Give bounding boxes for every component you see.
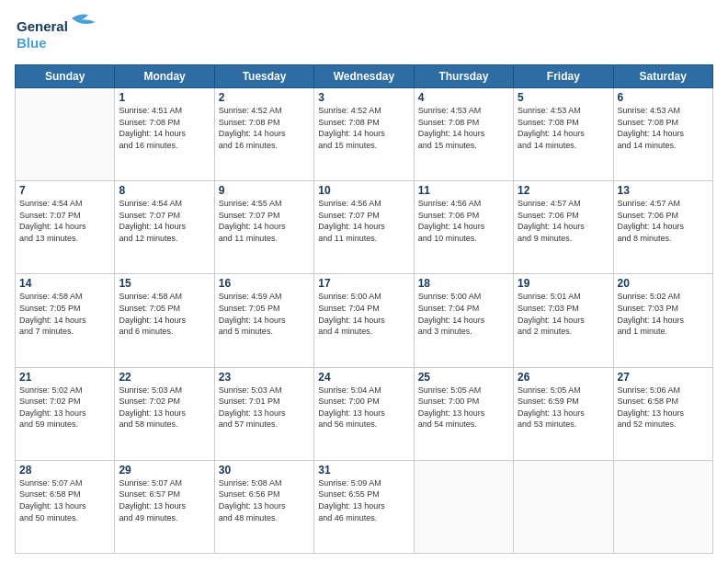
weekday-header-saturday: Saturday [613, 65, 712, 88]
day-number: 6 [618, 91, 709, 104]
day-number: 11 [418, 184, 509, 197]
day-number: 24 [318, 371, 409, 384]
day-cell-10: 10Sunrise: 4:56 AM Sunset: 7:07 PM Dayli… [314, 181, 414, 274]
day-number: 26 [518, 371, 609, 384]
day-number: 17 [318, 277, 409, 290]
day-cell-21: 21Sunrise: 5:02 AM Sunset: 7:02 PM Dayli… [16, 367, 115, 460]
day-info: Sunrise: 5:00 AM Sunset: 7:04 PM Dayligh… [318, 291, 409, 337]
day-number: 2 [219, 91, 310, 104]
day-cell-18: 18Sunrise: 5:00 AM Sunset: 7:04 PM Dayli… [414, 274, 513, 367]
svg-text:Blue: Blue [17, 35, 47, 51]
day-number: 16 [219, 277, 310, 290]
weekday-header-monday: Monday [115, 65, 214, 88]
day-info: Sunrise: 4:59 AM Sunset: 7:05 PM Dayligh… [219, 291, 310, 337]
day-cell-5: 5Sunrise: 4:53 AM Sunset: 7:08 PM Daylig… [514, 88, 613, 181]
day-number: 18 [418, 277, 509, 290]
day-info: Sunrise: 4:54 AM Sunset: 7:07 PM Dayligh… [119, 198, 210, 244]
week-row-5: 28Sunrise: 5:07 AM Sunset: 6:58 PM Dayli… [16, 460, 713, 553]
day-info: Sunrise: 5:02 AM Sunset: 7:03 PM Dayligh… [618, 291, 709, 337]
day-info: Sunrise: 5:02 AM Sunset: 7:02 PM Dayligh… [19, 385, 110, 431]
day-cell-27: 27Sunrise: 5:06 AM Sunset: 6:58 PM Dayli… [613, 367, 712, 460]
day-info: Sunrise: 5:05 AM Sunset: 7:00 PM Dayligh… [418, 385, 509, 431]
day-info: Sunrise: 5:07 AM Sunset: 6:58 PM Dayligh… [19, 477, 110, 523]
day-cell-13: 13Sunrise: 4:57 AM Sunset: 7:06 PM Dayli… [613, 181, 712, 274]
day-cell-29: 29Sunrise: 5:07 AM Sunset: 6:57 PM Dayli… [115, 460, 214, 553]
day-cell-30: 30Sunrise: 5:08 AM Sunset: 6:56 PM Dayli… [214, 460, 313, 553]
day-number: 12 [518, 184, 609, 197]
weekday-header-row: SundayMondayTuesdayWednesdayThursdayFrid… [16, 65, 713, 88]
day-cell-31: 31Sunrise: 5:09 AM Sunset: 6:55 PM Dayli… [314, 460, 414, 553]
empty-cell [414, 460, 513, 553]
day-number: 8 [119, 184, 210, 197]
day-cell-9: 9Sunrise: 4:55 AM Sunset: 7:07 PM Daylig… [214, 181, 313, 274]
weekday-header-tuesday: Tuesday [214, 65, 313, 88]
weekday-header-thursday: Thursday [414, 65, 513, 88]
day-number: 23 [219, 371, 310, 384]
day-info: Sunrise: 5:00 AM Sunset: 7:04 PM Dayligh… [418, 291, 509, 337]
day-info: Sunrise: 5:04 AM Sunset: 7:00 PM Dayligh… [318, 385, 409, 431]
day-number: 7 [19, 184, 110, 197]
day-number: 10 [318, 184, 409, 197]
day-cell-19: 19Sunrise: 5:01 AM Sunset: 7:03 PM Dayli… [514, 274, 613, 367]
day-info: Sunrise: 4:57 AM Sunset: 7:06 PM Dayligh… [518, 198, 609, 244]
day-info: Sunrise: 4:56 AM Sunset: 7:07 PM Dayligh… [318, 198, 409, 244]
day-cell-7: 7Sunrise: 4:54 AM Sunset: 7:07 PM Daylig… [16, 181, 115, 274]
day-info: Sunrise: 4:53 AM Sunset: 7:08 PM Dayligh… [518, 105, 609, 151]
day-info: Sunrise: 5:03 AM Sunset: 7:02 PM Dayligh… [119, 385, 210, 431]
day-number: 27 [618, 371, 709, 384]
day-cell-6: 6Sunrise: 4:53 AM Sunset: 7:08 PM Daylig… [613, 88, 712, 181]
day-cell-26: 26Sunrise: 5:05 AM Sunset: 6:59 PM Dayli… [514, 367, 613, 460]
day-cell-3: 3Sunrise: 4:52 AM Sunset: 7:08 PM Daylig… [314, 88, 414, 181]
day-number: 25 [418, 371, 509, 384]
day-number: 29 [119, 464, 210, 477]
header: General Blue [15, 11, 713, 57]
day-number: 1 [119, 91, 210, 104]
logo-block: General Blue [15, 11, 116, 57]
week-row-4: 21Sunrise: 5:02 AM Sunset: 7:02 PM Dayli… [16, 367, 713, 460]
day-cell-8: 8Sunrise: 4:54 AM Sunset: 7:07 PM Daylig… [115, 181, 214, 274]
empty-cell [514, 460, 613, 553]
day-info: Sunrise: 4:53 AM Sunset: 7:08 PM Dayligh… [418, 105, 509, 151]
day-cell-28: 28Sunrise: 5:07 AM Sunset: 6:58 PM Dayli… [16, 460, 115, 553]
day-info: Sunrise: 4:52 AM Sunset: 7:08 PM Dayligh… [219, 105, 310, 151]
day-number: 20 [618, 277, 709, 290]
day-info: Sunrise: 5:03 AM Sunset: 7:01 PM Dayligh… [219, 385, 310, 431]
day-number: 28 [19, 464, 110, 477]
day-info: Sunrise: 5:09 AM Sunset: 6:55 PM Dayligh… [318, 477, 409, 523]
day-number: 14 [19, 277, 110, 290]
week-row-3: 14Sunrise: 4:58 AM Sunset: 7:05 PM Dayli… [16, 274, 713, 367]
day-cell-24: 24Sunrise: 5:04 AM Sunset: 7:00 PM Dayli… [314, 367, 414, 460]
day-cell-11: 11Sunrise: 4:56 AM Sunset: 7:06 PM Dayli… [414, 181, 513, 274]
day-cell-22: 22Sunrise: 5:03 AM Sunset: 7:02 PM Dayli… [115, 367, 214, 460]
day-info: Sunrise: 4:54 AM Sunset: 7:07 PM Dayligh… [19, 198, 110, 244]
calendar-table: SundayMondayTuesdayWednesdayThursdayFrid… [15, 64, 713, 554]
day-info: Sunrise: 5:05 AM Sunset: 6:59 PM Dayligh… [518, 385, 609, 431]
day-cell-25: 25Sunrise: 5:05 AM Sunset: 7:00 PM Dayli… [414, 367, 513, 460]
day-cell-1: 1Sunrise: 4:51 AM Sunset: 7:08 PM Daylig… [115, 88, 214, 181]
day-cell-20: 20Sunrise: 5:02 AM Sunset: 7:03 PM Dayli… [613, 274, 712, 367]
day-info: Sunrise: 5:01 AM Sunset: 7:03 PM Dayligh… [518, 291, 609, 337]
week-row-2: 7Sunrise: 4:54 AM Sunset: 7:07 PM Daylig… [16, 181, 713, 274]
day-number: 4 [418, 91, 509, 104]
weekday-header-friday: Friday [514, 65, 613, 88]
day-cell-15: 15Sunrise: 4:58 AM Sunset: 7:05 PM Dayli… [115, 274, 214, 367]
svg-text:General: General [17, 18, 68, 34]
day-info: Sunrise: 5:08 AM Sunset: 6:56 PM Dayligh… [219, 477, 310, 523]
day-info: Sunrise: 5:06 AM Sunset: 6:58 PM Dayligh… [618, 385, 709, 431]
day-cell-17: 17Sunrise: 5:00 AM Sunset: 7:04 PM Dayli… [314, 274, 414, 367]
day-info: Sunrise: 4:58 AM Sunset: 7:05 PM Dayligh… [119, 291, 210, 337]
day-cell-14: 14Sunrise: 4:58 AM Sunset: 7:05 PM Dayli… [16, 274, 115, 367]
weekday-header-sunday: Sunday [16, 65, 115, 88]
day-cell-16: 16Sunrise: 4:59 AM Sunset: 7:05 PM Dayli… [214, 274, 313, 367]
day-number: 31 [318, 464, 409, 477]
day-number: 19 [518, 277, 609, 290]
day-info: Sunrise: 4:53 AM Sunset: 7:08 PM Dayligh… [618, 105, 709, 151]
logo: General Blue [15, 11, 116, 57]
day-info: Sunrise: 4:51 AM Sunset: 7:08 PM Dayligh… [119, 105, 210, 151]
day-info: Sunrise: 4:56 AM Sunset: 7:06 PM Dayligh… [418, 198, 509, 244]
day-info: Sunrise: 5:07 AM Sunset: 6:57 PM Dayligh… [119, 477, 210, 523]
day-number: 15 [119, 277, 210, 290]
empty-cell [16, 88, 115, 181]
day-cell-23: 23Sunrise: 5:03 AM Sunset: 7:01 PM Dayli… [214, 367, 313, 460]
empty-cell [613, 460, 712, 553]
